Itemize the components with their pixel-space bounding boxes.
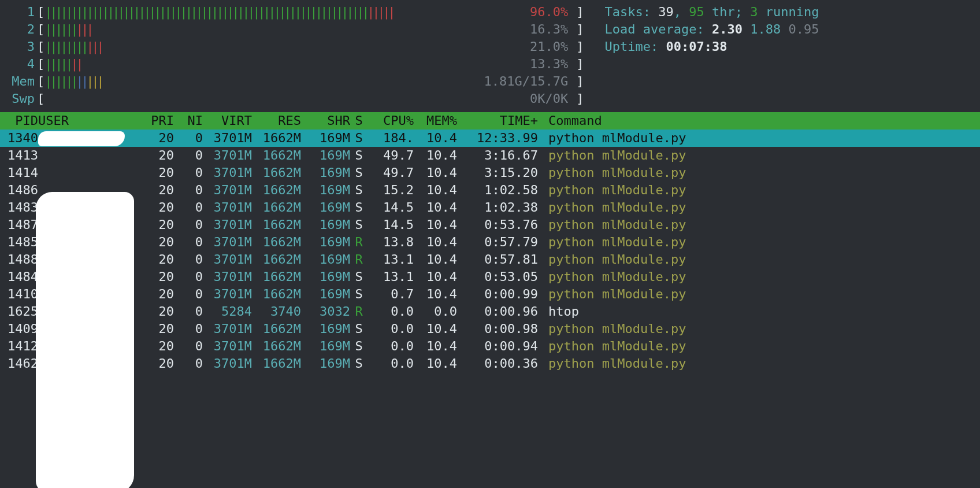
cell-shr: 169M [301, 216, 350, 234]
cpu-meter-1: 1 [ ||||||||||||||||||||||||||||||||||||… [0, 3, 584, 21]
col-cpu[interactable]: CPU% [368, 112, 414, 130]
cell-ni: 0 [174, 182, 203, 199]
cell-cpu: 0.0 [368, 303, 414, 320]
process-table[interactable]: 1340 20 0 3701M 1662M 169M S 184. 10.4 1… [0, 130, 980, 372]
mem-meter-value: 1.81G/15.7G [484, 73, 569, 90]
col-virt[interactable]: VIRT [203, 112, 252, 130]
process-row[interactable]: 1486 20 0 3701M 1662M 169M S 15.2 10.4 1… [0, 182, 980, 199]
process-row[interactable]: 1462 20 0 3701M 1662M 169M S 0.0 10.4 0:… [0, 355, 980, 372]
cell-shr: 169M [301, 355, 350, 372]
cell-time: 0:00.99 [457, 286, 538, 303]
cell-mem: 10.4 [414, 130, 457, 147]
swp-meter-value: 0K/0K [530, 90, 568, 108]
cell-ni: 0 [174, 338, 203, 355]
cell-virt: 3701M [203, 216, 252, 234]
cell-cpu: 0.7 [368, 286, 414, 303]
process-table-header[interactable]: PID USER PRI NI VIRT RES SHR S CPU% MEM%… [0, 112, 980, 130]
process-row[interactable]: 1340 20 0 3701M 1662M 169M S 184. 10.4 1… [0, 130, 980, 147]
col-ni[interactable]: NI [174, 112, 203, 130]
cell-command: python mlModule.py [538, 251, 980, 268]
col-pri[interactable]: PRI [133, 112, 174, 130]
cell-ni: 0 [174, 147, 203, 164]
process-row[interactable]: 1410 20 0 3701M 1662M 169M S 0.7 10.4 0:… [0, 286, 980, 303]
col-mem[interactable]: MEM% [414, 112, 457, 130]
cell-res: 3740 [252, 303, 301, 320]
cell-pid: 1340 [0, 130, 38, 147]
cell-time: 1:02.58 [457, 182, 538, 199]
process-row[interactable]: 1412 20 0 3701M 1662M 169M S 0.0 10.4 0:… [0, 338, 980, 355]
cell-mem: 10.4 [414, 234, 457, 251]
col-time[interactable]: TIME+ [457, 112, 538, 130]
col-user[interactable]: USER [38, 112, 133, 130]
col-pid[interactable]: PID [0, 112, 38, 130]
col-res[interactable]: RES [252, 112, 301, 130]
col-cmd[interactable]: Command [538, 112, 980, 130]
cell-res: 1662M [252, 147, 301, 164]
cell-pri: 20 [133, 199, 174, 216]
process-row[interactable]: 1409 20 0 3701M 1662M 169M S 0.0 10.4 0:… [0, 320, 980, 338]
cell-cpu: 15.2 [368, 182, 414, 199]
cell-pri: 20 [133, 216, 174, 234]
cell-ni: 0 [174, 251, 203, 268]
process-row[interactable]: 1484 20 0 3701M 1662M 169M S 13.1 10.4 0… [0, 268, 980, 286]
cpu-meter-1-value: 96.0% [530, 3, 568, 21]
process-row[interactable]: 1485 20 0 3701M 1662M 169M R 13.8 10.4 0… [0, 234, 980, 251]
col-shr[interactable]: SHR [301, 112, 350, 130]
cell-pid: 1413 [0, 147, 38, 164]
cell-mem: 10.4 [414, 268, 457, 286]
cell-ni: 0 [174, 355, 203, 372]
cpu-meters: 1 [ ||||||||||||||||||||||||||||||||||||… [0, 3, 584, 108]
cell-command: python mlModule.py [538, 216, 980, 234]
cell-shr: 169M [301, 234, 350, 251]
cell-mem: 10.4 [414, 355, 457, 372]
cell-time: 0:00.36 [457, 355, 538, 372]
cell-shr: 169M [301, 182, 350, 199]
cell-res: 1662M [252, 320, 301, 338]
cell-state: S [350, 147, 368, 164]
cpu-meter-2-value: 16.3% [530, 21, 568, 38]
cell-state: S [350, 164, 368, 182]
load-5: 1.88 [750, 22, 781, 36]
cell-shr: 169M [301, 147, 350, 164]
cell-mem: 10.4 [414, 251, 457, 268]
cell-shr: 169M [301, 164, 350, 182]
cell-cpu: 0.0 [368, 338, 414, 355]
process-row[interactable]: 1487 20 0 3701M 1662M 169M S 14.5 10.4 0… [0, 216, 980, 234]
cell-user [38, 147, 133, 164]
cpu-meter-4: 4 [ ||||||| 13.3% ] [0, 56, 584, 73]
process-row[interactable]: 1488 20 0 3701M 1662M 169M R 13.1 10.4 0… [0, 251, 980, 268]
cell-pri: 20 [133, 147, 174, 164]
cell-res: 1662M [252, 182, 301, 199]
running-label: running [766, 5, 819, 19]
cell-cpu: 49.7 [368, 164, 414, 182]
cell-time: 0:53.76 [457, 216, 538, 234]
cell-res: 1662M [252, 268, 301, 286]
cell-virt: 3701M [203, 286, 252, 303]
cell-mem: 10.4 [414, 286, 457, 303]
cell-state: S [350, 130, 368, 147]
cell-pid: 1488 [0, 251, 38, 268]
cell-time: 0:00.94 [457, 338, 538, 355]
process-row[interactable]: 1483 20 0 3701M 1662M 169M S 14.5 10.4 1… [0, 199, 980, 216]
col-s[interactable]: S [350, 112, 368, 130]
cell-res: 1662M [252, 234, 301, 251]
cell-state: S [350, 286, 368, 303]
cell-pri: 20 [133, 320, 174, 338]
cell-mem: 10.4 [414, 147, 457, 164]
process-row[interactable]: 1414 20 0 3701M 1662M 169M S 49.7 10.4 3… [0, 164, 980, 182]
cell-shr: 3032 [301, 303, 350, 320]
cell-user [38, 164, 133, 182]
process-row[interactable]: 1413 20 0 3701M 1662M 169M S 49.7 10.4 3… [0, 147, 980, 164]
cell-shr: 169M [301, 251, 350, 268]
cell-mem: 10.4 [414, 216, 457, 234]
cell-cpu: 13.1 [368, 251, 414, 268]
cell-time: 0:57.81 [457, 251, 538, 268]
cell-res: 1662M [252, 216, 301, 234]
cell-pid: 1484 [0, 268, 38, 286]
cell-command: python mlModule.py [538, 320, 980, 338]
cell-virt: 3701M [203, 320, 252, 338]
process-row[interactable]: 1625 20 0 5284 3740 3032 R 0.0 0.0 0:00.… [0, 303, 980, 320]
cell-pri: 20 [133, 303, 174, 320]
cell-pri: 20 [133, 355, 174, 372]
cell-mem: 10.4 [414, 199, 457, 216]
